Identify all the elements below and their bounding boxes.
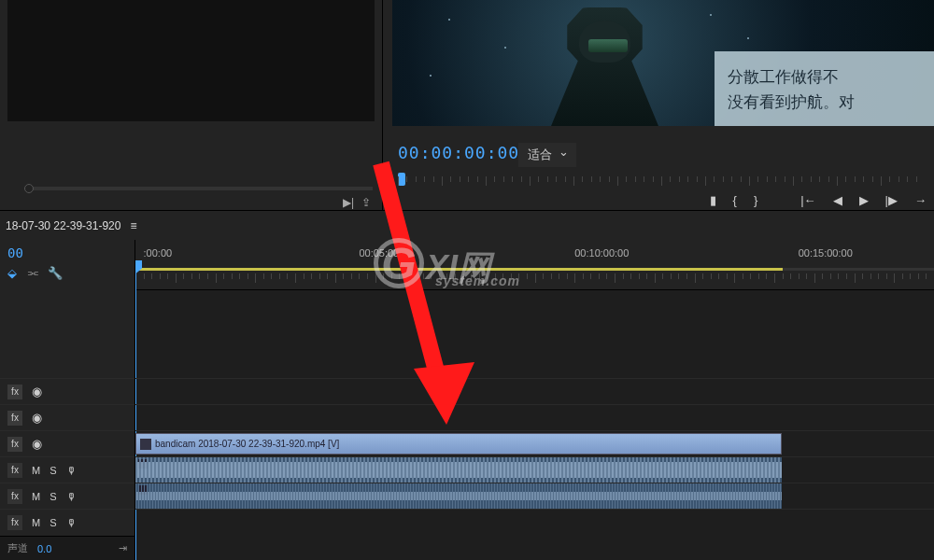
a1-fx-icon[interactable]: fx	[7, 463, 22, 478]
insert-button[interactable]: ▶|	[343, 196, 354, 209]
clip-label: bandicam 2018-07-30 22-39-31-920.mp4 [V]	[155, 439, 339, 449]
sequence-menu-icon[interactable]: ≡	[130, 219, 136, 232]
master-value[interactable]: 0.0	[37, 543, 51, 554]
track-v1[interactable]: bandicam 2018-07-30 22-39-31-920.mp4 [V]	[135, 430, 934, 456]
go-to-out-button[interactable]: →	[914, 193, 927, 207]
program-scrubber[interactable]	[398, 175, 925, 189]
program-monitor-panel: 分散工作做得不 没有看到护航。对 00:00:00:00 适合 ▮ { } |←…	[383, 0, 934, 210]
timeline-track-header-panel: 00 ⬙ ⫘ 🔧 fx ◉ fx ◉ fx ◉ fx M	[0, 240, 135, 560]
overwrite-button[interactable]: ⇪	[361, 196, 371, 209]
program-timecode[interactable]: 00:00:00:00	[398, 143, 519, 162]
subtitle-line1: 分散工作做得不	[728, 64, 930, 90]
mark-in-button[interactable]: ▮	[710, 193, 716, 207]
a1-solo-button[interactable]: S	[50, 465, 56, 476]
program-video-area[interactable]: 分散工作做得不 没有看到护航。对	[392, 0, 934, 126]
v3-visibility-icon[interactable]: ◉	[32, 385, 42, 399]
master-track-strip: 声道 0.0 ⇥	[0, 536, 134, 560]
linked-selection-icon[interactable]: ⫘	[26, 266, 38, 280]
track-a2[interactable]	[135, 483, 934, 509]
track-header-a2[interactable]: fx M S 🎙	[0, 483, 134, 509]
clip-fx-icon	[140, 439, 151, 450]
track-header-a1[interactable]: fx M S 🎙	[0, 456, 134, 483]
timeline-tracks-area[interactable]: :00:0000:05:00:0000:10:00:0000:15:00:00 …	[135, 240, 934, 560]
program-playhead[interactable]	[398, 173, 405, 186]
ruler-time-label: :00:00	[144, 247, 173, 259]
a1-mute-button[interactable]: M	[32, 465, 40, 476]
a1-mic-icon[interactable]: 🎙	[66, 465, 77, 476]
a3-mic-icon[interactable]: 🎙	[66, 517, 77, 528]
a3-mute-button[interactable]: M	[32, 517, 40, 528]
collapse-icon[interactable]: ⇥	[119, 542, 127, 554]
step-forward-button[interactable]: |▶	[885, 193, 898, 207]
a2-solo-button[interactable]: S	[50, 491, 56, 502]
track-v3[interactable]	[135, 378, 934, 404]
snap-toggle-icon[interactable]: ⬙	[7, 266, 17, 280]
source-scrubber[interactable]	[28, 187, 373, 190]
v2-visibility-icon[interactable]: ◉	[32, 411, 42, 425]
play-button[interactable]: ▶	[859, 193, 869, 207]
mark-close-button[interactable]: }	[754, 193, 757, 207]
v1-visibility-icon[interactable]: ◉	[32, 437, 42, 451]
source-monitor-panel: ▶| ⇪	[0, 0, 383, 210]
v3-fx-icon[interactable]: fx	[7, 385, 22, 399]
work-area-bar[interactable]	[135, 268, 934, 271]
wrench-icon[interactable]: 🔧	[48, 266, 63, 280]
subtitle-line2: 没有看到护航。对	[728, 90, 930, 115]
sequence-tab[interactable]: 18-07-30 22-39-31-920	[6, 219, 120, 232]
go-to-in-button[interactable]: |←	[800, 193, 815, 207]
v2-fx-icon[interactable]: fx	[7, 411, 22, 426]
track-a1[interactable]	[135, 456, 934, 483]
track-header-v3[interactable]: fx ◉	[0, 378, 134, 404]
a3-fx-icon[interactable]: fx	[7, 515, 22, 530]
mark-open-button[interactable]: {	[733, 193, 737, 207]
transport-controls: ▮ { } |← ◀ ▶ |▶ →	[710, 193, 927, 207]
zoom-fit-dropdown[interactable]: 适合	[518, 143, 576, 167]
a2-mic-icon[interactable]: 🎙	[66, 491, 77, 502]
subtitle-overlay: 分散工作做得不 没有看到护航。对	[715, 51, 934, 126]
timeline-timecode[interactable]: 00	[7, 245, 127, 260]
track-header-a3[interactable]: fx M S 🎙	[0, 509, 134, 535]
audio-clip-1[interactable]	[135, 457, 782, 483]
video-clip[interactable]: bandicam 2018-07-30 22-39-31-920.mp4 [V]	[135, 433, 782, 455]
track-header-v2[interactable]: fx ◉	[0, 404, 134, 430]
character-visor	[588, 39, 628, 52]
master-label: 声道	[7, 541, 28, 555]
ruler-time-label: 00:10:00:00	[574, 247, 629, 259]
step-back-button[interactable]: ◀	[833, 193, 842, 207]
v1-fx-icon[interactable]: fx	[7, 437, 22, 452]
timeline-panel: 00 ⬙ ⫘ 🔧 fx ◉ fx ◉ fx ◉ fx M	[0, 240, 934, 560]
audio-clip-2[interactable]	[135, 483, 782, 509]
source-video-area[interactable]	[7, 0, 375, 121]
track-v2[interactable]	[135, 404, 934, 430]
ruler-time-label: 00:05:00:00	[359, 247, 413, 259]
time-ruler[interactable]: :00:0000:05:00:0000:10:00:0000:15:00:00	[135, 240, 934, 290]
sequence-tab-bar: 18-07-30 22-39-31-920 ≡	[0, 210, 934, 240]
track-a3[interactable]	[135, 509, 934, 535]
a2-mute-button[interactable]: M	[32, 491, 40, 502]
a2-fx-icon[interactable]: fx	[7, 489, 22, 504]
track-header-v1[interactable]: fx ◉	[0, 430, 134, 456]
a3-solo-button[interactable]: S	[50, 517, 56, 528]
ruler-time-label: 00:15:00:00	[799, 247, 853, 259]
